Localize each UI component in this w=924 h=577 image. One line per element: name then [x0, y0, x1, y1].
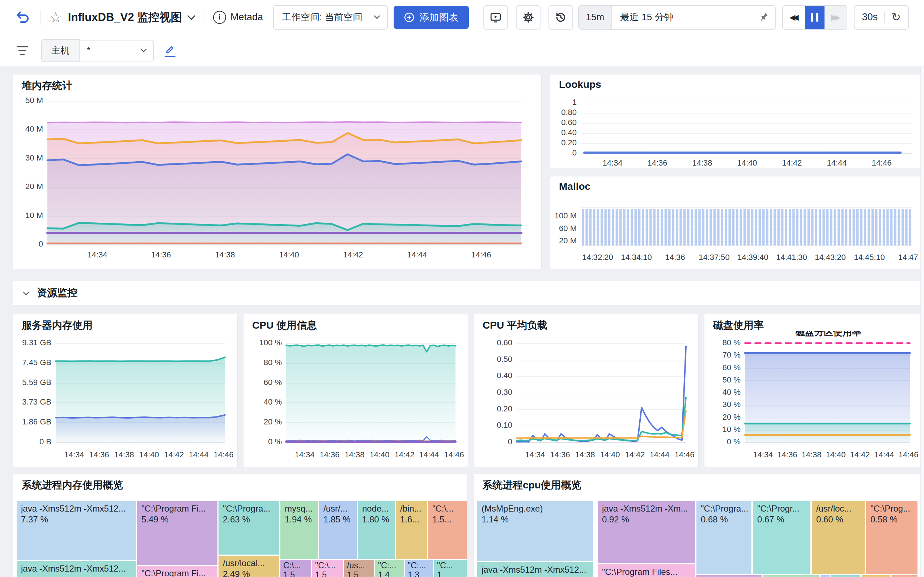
treemap-cell[interactable]: /us...1.5...	[344, 560, 374, 577]
y-axis-tick-label: 70 %	[704, 350, 741, 360]
pause-button[interactable]	[805, 6, 824, 29]
treemap-cell[interactable]: "C:\Progra...0.68 %	[696, 501, 751, 574]
tv-mode-button[interactable]	[483, 5, 508, 30]
pin-icon[interactable]	[758, 12, 769, 23]
y-axis-tick-label: 0.40	[474, 371, 512, 380]
treemap-cell[interactable]: "C:\...1.5...	[312, 560, 343, 577]
disk-usage-chart[interactable]: 80 %70 %60 %50 %40 %30 %20 %10 %0 %14:34…	[704, 314, 921, 467]
x-axis-tick-label: 14:38	[677, 158, 727, 168]
y-axis-tick-label: 0 %	[704, 437, 741, 446]
y-axis-tick-label: 5.59 GB	[13, 378, 52, 387]
y-axis-tick-label: 40 %	[704, 388, 741, 397]
panel-lookups: Lookups 10.800.600.400.20014:3414:3614:3…	[550, 74, 921, 169]
panel-cpu-load: CPU 平均负载 0.600.500.400.300.200.10014:341…	[473, 314, 699, 467]
forward-button[interactable]: ▶▶	[824, 6, 846, 29]
host-filter-select[interactable]: *	[79, 40, 154, 61]
heap-memory-chart[interactable]: 50 M40 M30 M20 M10 M014:3414:3614:3814:4…	[13, 74, 541, 269]
treemap-cell[interactable]: "C:...1.4...	[375, 560, 404, 577]
treemap-cell[interactable]	[696, 575, 762, 577]
y-axis-tick-label: 80 %	[704, 338, 741, 347]
treemap-cell[interactable]: /usr/...1.85 %	[319, 501, 357, 559]
treemap-cell[interactable]	[831, 575, 860, 577]
metadata-button[interactable]: i Metada	[213, 11, 271, 24]
x-axis-tick-label: 14:46	[198, 450, 238, 459]
x-axis-tick-label: 14:44	[392, 250, 443, 259]
filter-icon[interactable]	[17, 46, 28, 55]
treemap-cell[interactable]: (MsMpEng.exe)1.14 %	[477, 501, 593, 561]
time-range-input[interactable]: 15m 最近 15 分钟	[578, 5, 776, 30]
treemap-cell[interactable]: "C:\Progr...0.67 %	[753, 501, 810, 574]
undo-icon[interactable]	[15, 10, 31, 25]
scrollbar[interactable]	[921, 67, 924, 577]
treemap-cell[interactable]: "C:\Progra...2.63 %	[218, 501, 279, 554]
monitor-play-icon	[489, 11, 502, 24]
treemap-cell[interactable]: "C:\Program Fi...	[137, 566, 217, 577]
time-range-label: 最近 15 分钟	[612, 11, 758, 24]
panel-cpu-usage: CPU 使用信息 100 %80 %60 %40 %20 %0 %14:3414…	[243, 314, 468, 467]
dashboard-title: InfluxDB_V2 监控视图	[68, 10, 182, 25]
y-axis-tick-label: 0.60	[474, 338, 512, 347]
y-axis-tick-label: 20 M	[13, 182, 43, 191]
treemap-cell[interactable]: java -Xms512m -Xm...0.92 %	[598, 501, 695, 563]
treemap-cell[interactable]: mysq...1.94 %	[280, 501, 318, 559]
section-resource-monitor[interactable]: 资源监控	[13, 280, 921, 306]
y-axis-tick-label: 1	[550, 98, 577, 107]
treemap-cell[interactable]: /usr/loc...0.60 %	[812, 501, 865, 574]
workspace-select[interactable]: 工作空间: 当前空间	[273, 5, 388, 30]
history-clock-icon	[555, 11, 567, 24]
treemap-cell[interactable]: "C...1....	[434, 560, 467, 577]
section-title: 资源监控	[37, 286, 78, 300]
treemap-cell[interactable]: java -Xms512m -Xmx512...7.37 %	[17, 501, 136, 560]
gear-icon	[522, 11, 535, 24]
malloc-chart[interactable]: 100 M60 M20 M14:32:2014:34:1014:3614:37:…	[550, 176, 921, 269]
rewind-button[interactable]: ◀◀	[783, 6, 805, 29]
divider	[40, 10, 40, 25]
treemap-cell[interactable]: node...1.80 %	[358, 501, 395, 559]
cpu-load-chart[interactable]: 0.600.500.400.300.200.10014:3414:3614:38…	[474, 314, 698, 467]
settings-button[interactable]	[516, 5, 541, 30]
panel-title: 系统进程内存使用概览	[22, 478, 123, 492]
treemap-cell[interactable]: java -Xms512m -Xmx512...	[477, 562, 593, 577]
treemap-cell[interactable]: /usr/local...2.49 %	[218, 556, 279, 577]
refresh-interval-control[interactable]: 30s ↻	[854, 5, 909, 30]
metadata-label: Metada	[231, 11, 271, 23]
process-memory-treemap[interactable]: java -Xms512m -Xmx512...7.37 %"C:\Progra…	[17, 501, 467, 577]
panel-heap-memory: 堆内存统计 50 M40 M30 M20 M10 M014:3414:3614:…	[13, 74, 541, 269]
treemap-cell[interactable]: "C:...1.3...	[405, 560, 433, 577]
favorite-star-icon[interactable]: ☆	[49, 10, 62, 24]
treemap-cell[interactable]: "C:\Program Files...	[598, 564, 695, 577]
title-chevron-down-icon[interactable]	[187, 12, 196, 20]
treemap-cell[interactable]: C:\...1.5...	[280, 560, 311, 577]
refresh-icon[interactable]: ↻	[892, 11, 901, 23]
history-button[interactable]	[548, 5, 573, 30]
lookups-chart[interactable]: 10.800.600.400.20014:3414:3614:3814:4014…	[550, 74, 921, 168]
server-memory-chart[interactable]: 9.31 GB7.45 GB5.59 GB3.73 GB1.86 GB0 B14…	[13, 314, 237, 467]
x-axis-tick-label: 14:40	[264, 250, 314, 259]
y-axis-tick-label: 1.86 GB	[13, 417, 52, 427]
add-chart-button[interactable]: 添加图表	[394, 6, 469, 29]
y-axis-tick-label: 0	[550, 148, 577, 158]
treemap-cell[interactable]: "C:\Prog...0.58 %	[866, 501, 918, 574]
y-axis-tick-label: 20 %	[704, 413, 741, 422]
treemap-cell[interactable]: /bin...1.6...	[396, 501, 427, 560]
cpu-usage-chart[interactable]: 100 %80 %60 %40 %20 %0 %14:3414:3614:381…	[244, 314, 468, 467]
chevron-down-icon	[374, 13, 380, 19]
filter-toolbar: 主机 *	[0, 34, 924, 67]
treemap-cell[interactable]	[892, 575, 918, 577]
process-cpu-treemap[interactable]: (MsMpEng.exe)1.14 %java -Xms512m -Xm...0…	[477, 501, 918, 577]
treemap-cell[interactable]	[763, 575, 819, 577]
y-axis-tick-label: 0 B	[13, 437, 52, 446]
treemap-cell[interactable]	[862, 575, 890, 577]
treemap-cell[interactable]: "C:\Program Fi...5.49 %	[137, 501, 217, 565]
treemap-cell[interactable]	[821, 575, 830, 577]
treemap-cell[interactable]: "C:\...1.5...	[428, 501, 467, 560]
edit-filter-button[interactable]	[165, 44, 176, 57]
refresh-interval-value: 30s	[862, 11, 878, 23]
playback-controls: ◀◀ ▶▶	[782, 5, 847, 30]
y-axis-tick-label: 80 %	[244, 358, 282, 367]
x-axis-tick-label: 14:36	[632, 158, 683, 168]
treemap-cell[interactable]: java -Xms512m -Xmx512...	[17, 561, 136, 577]
y-axis-tick-label: 0.10	[474, 421, 512, 430]
collapse-chevron-icon[interactable]	[23, 289, 29, 295]
y-axis-tick-label: 0.30	[474, 388, 512, 397]
